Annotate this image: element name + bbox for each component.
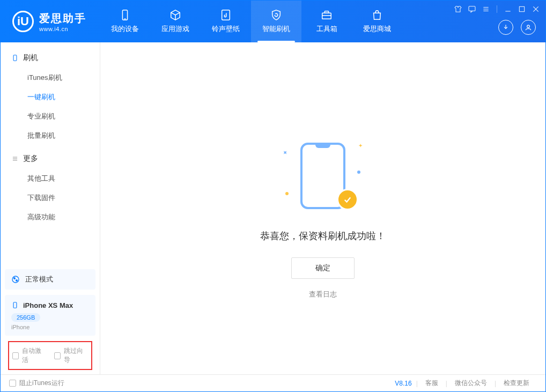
dot-icon	[357, 171, 360, 174]
svg-point-15	[527, 25, 530, 28]
logo-block: iU 爱思助手 www.i4.cn	[1, 1, 100, 42]
capacity-badge: 256GB	[11, 313, 40, 322]
svg-rect-5	[324, 11, 328, 13]
svg-rect-7	[469, 6, 475, 11]
device-icon	[11, 54, 19, 62]
sidebar: 刷机 iTunes刷机 一键刷机 专业刷机 批量刷机 更多 其他工具 下载固件 …	[1, 42, 100, 374]
mode-card[interactable]: 正常模式	[5, 269, 95, 290]
sidebar-item-download-firmware[interactable]: 下载固件	[1, 188, 100, 208]
sidebar-item-advanced[interactable]: 高级功能	[1, 208, 100, 227]
checkbox-label: 阻止iTunes运行	[19, 379, 64, 388]
statusbar: 阻止iTunes运行 V8.16 | 客服 | 微信公众号 | 检查更新	[1, 374, 545, 391]
success-message: 恭喜您，保资料刷机成功啦！	[260, 230, 386, 242]
svg-rect-12	[519, 6, 524, 11]
separator: |	[495, 380, 496, 387]
auto-activate-checkbox[interactable]: 自动激活	[12, 346, 47, 365]
maximize-icon[interactable]	[518, 5, 526, 13]
update-link[interactable]: 检查更新	[504, 379, 529, 388]
checkbox-box	[12, 352, 19, 359]
separator: |	[446, 380, 447, 387]
svg-point-22	[16, 280, 18, 282]
support-link[interactable]: 客服	[425, 379, 438, 388]
app-logo-icon: iU	[12, 11, 34, 32]
svg-rect-0	[122, 10, 127, 20]
nav-ringtones-wallpapers[interactable]: 铃声壁纸	[201, 1, 251, 42]
nav-label: 爱思商城	[363, 24, 391, 34]
top-nav: 我的设备 应用游戏 铃声壁纸 智能刷机 工具箱 爱思商城	[100, 1, 402, 42]
shield-refresh-icon	[270, 9, 282, 21]
bag-icon	[371, 9, 383, 21]
nav-label: 应用游戏	[161, 24, 189, 34]
checkbox-label: 跳过向导	[64, 346, 88, 365]
ok-button[interactable]: 确定	[291, 257, 355, 279]
app-body: 刷机 iTunes刷机 一键刷机 专业刷机 批量刷机 更多 其他工具 下载固件 …	[1, 42, 545, 374]
checkbox-label: 自动激活	[22, 346, 46, 365]
nav-label: 智能刷机	[262, 24, 290, 34]
app-title: 爱思助手	[39, 11, 86, 26]
nav-label: 我的设备	[111, 24, 139, 34]
header-right-actions	[498, 20, 536, 35]
phone-icon	[119, 9, 131, 21]
nav-store[interactable]: 爱思商城	[352, 1, 402, 42]
nav-label: 工具箱	[316, 24, 337, 34]
shirt-icon[interactable]	[454, 5, 462, 13]
account-button[interactable]	[521, 20, 536, 35]
svg-point-20	[12, 276, 19, 283]
menu-icon[interactable]	[482, 5, 490, 13]
skip-guide-checkbox[interactable]: 跳过向导	[54, 346, 88, 365]
nav-my-device[interactable]: 我的设备	[100, 1, 150, 42]
device-name: iPhone XS Max	[23, 301, 73, 309]
sidebar-item-itunes-flash[interactable]: iTunes刷机	[1, 68, 100, 87]
block-itunes-checkbox[interactable]: 阻止iTunes运行	[9, 379, 64, 388]
device-type: iPhone	[11, 324, 89, 330]
dot-icon	[285, 192, 289, 195]
separator: |	[416, 380, 418, 387]
nav-apps-games[interactable]: 应用游戏	[150, 1, 201, 42]
feedback-icon[interactable]	[468, 5, 476, 13]
mode-icon	[11, 275, 20, 284]
sidebar-section-more: 更多	[1, 151, 100, 167]
download-button[interactable]	[498, 20, 513, 35]
view-log-link[interactable]: 查看日志	[309, 290, 337, 299]
minimize-icon[interactable]	[504, 5, 512, 13]
titlebar-controls	[454, 5, 540, 13]
nav-toolbox[interactable]: 工具箱	[301, 1, 352, 42]
version-label: V8.16	[395, 380, 411, 387]
sidebar-section-flash: 刷机	[1, 50, 100, 66]
list-icon	[11, 155, 19, 162]
toolbox-icon	[321, 9, 333, 21]
app-subtitle: www.i4.cn	[39, 26, 86, 32]
sparkle-icon: ✦	[358, 143, 363, 149]
section-label: 更多	[23, 154, 38, 164]
svg-rect-16	[13, 55, 17, 61]
cube-icon	[169, 9, 181, 21]
sidebar-item-batch-flash[interactable]: 批量刷机	[1, 126, 100, 145]
sidebar-item-pro-flash[interactable]: 专业刷机	[1, 107, 100, 126]
checkbox-box	[54, 352, 61, 359]
section-label: 刷机	[23, 53, 38, 63]
close-icon[interactable]	[532, 5, 540, 13]
titlebar-separator	[497, 5, 497, 13]
device-card[interactable]: iPhone XS Max 256GB iPhone	[5, 295, 95, 336]
svg-point-21	[14, 278, 16, 279]
nav-smart-flash[interactable]: 智能刷机	[251, 1, 301, 42]
app-header: iU 爱思助手 www.i4.cn 我的设备 应用游戏 铃声壁纸 智能刷机 工具…	[1, 1, 545, 42]
music-file-icon	[220, 9, 232, 21]
nav-label: 铃声壁纸	[212, 24, 240, 34]
sidebar-item-other-tools[interactable]: 其他工具	[1, 169, 100, 188]
svg-rect-4	[322, 13, 331, 19]
check-badge-icon	[337, 189, 358, 210]
flash-options-highlight: 自动激活 跳过向导	[8, 341, 92, 370]
checkbox-box	[9, 380, 16, 387]
wechat-link[interactable]: 微信公众号	[455, 379, 487, 388]
mode-label: 正常模式	[25, 275, 53, 284]
main-content: ✦ ✦ 恭喜您，保资料刷机成功啦！ 确定 查看日志	[100, 42, 545, 374]
svg-rect-3	[222, 10, 230, 20]
svg-rect-23	[13, 302, 17, 308]
device-small-icon	[11, 300, 19, 310]
sidebar-item-oneclick-flash[interactable]: 一键刷机	[1, 87, 100, 107]
sparkle-icon: ✦	[281, 148, 290, 157]
success-illustration: ✦ ✦	[285, 139, 360, 215]
